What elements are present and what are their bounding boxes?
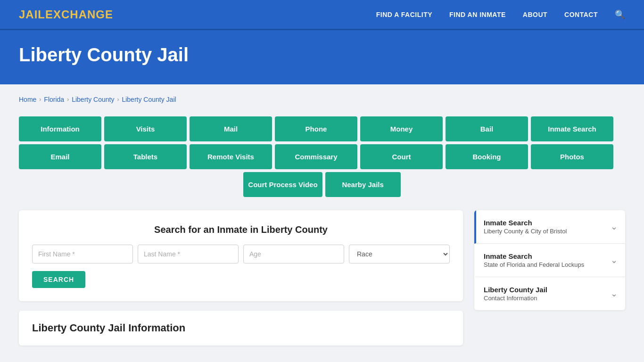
- hero-section: Liberty County Jail: [0, 30, 644, 84]
- tile-information[interactable]: Information: [19, 116, 101, 141]
- sidebar-card: Inmate Search Liberty County & City of B…: [474, 210, 625, 310]
- nav-find-facility[interactable]: FIND A FACILITY: [376, 11, 432, 18]
- right-panel: Inmate Search Liberty County & City of B…: [474, 210, 625, 310]
- age-input[interactable]: [243, 245, 344, 263]
- tile-court-process-video[interactable]: Court Process Video: [243, 172, 322, 197]
- breadcrumb: Home › Florida › Liberty County › Libert…: [19, 96, 625, 103]
- last-name-input[interactable]: [138, 245, 239, 263]
- tile-photos[interactable]: Photos: [531, 144, 613, 169]
- breadcrumb-current: Liberty County Jail: [122, 96, 176, 103]
- sidebar-item-florida-text: Inmate Search State of Florida and Feder…: [484, 252, 584, 268]
- sidebar-item-contact-chevron: ⌄: [611, 288, 618, 299]
- tile-mail[interactable]: Mail: [190, 116, 272, 141]
- logo-exchange-highlight: EXCHANGE: [45, 8, 113, 21]
- breadcrumb-florida[interactable]: Florida: [44, 96, 64, 103]
- sidebar-item-florida-subtitle: State of Florida and Federal Lockups: [484, 261, 584, 268]
- nav-about[interactable]: ABOUT: [523, 11, 547, 18]
- left-panel: Search for an Inmate in Liberty County R…: [19, 210, 463, 346]
- tile-grid: Information Visits Mail Phone Money Bail…: [19, 116, 625, 197]
- sidebar-item-liberty-chevron: ⌄: [611, 222, 618, 232]
- sidebar-item-florida-title: Inmate Search: [484, 252, 584, 260]
- search-title: Search for an Inmate in Liberty County: [32, 224, 450, 235]
- sidebar-item-contact-subtitle: Contact Information: [484, 295, 547, 302]
- main-content: Home › Florida › Liberty County › Libert…: [0, 84, 644, 362]
- sidebar-item-florida[interactable]: Inmate Search State of Florida and Feder…: [474, 244, 625, 277]
- sidebar-item-liberty-text: Inmate Search Liberty County & City of B…: [484, 219, 567, 235]
- tile-booking[interactable]: Booking: [446, 144, 528, 169]
- sidebar-item-contact[interactable]: Liberty County Jail Contact Information …: [474, 277, 625, 310]
- tile-row-3: Court Process Video Nearby Jails: [19, 172, 625, 197]
- tile-remote-visits[interactable]: Remote Visits: [190, 144, 272, 169]
- sidebar-item-liberty-title: Inmate Search: [484, 219, 567, 227]
- first-name-input[interactable]: [32, 245, 133, 263]
- tile-row-2: Email Tablets Remote Visits Commissary C…: [19, 144, 625, 169]
- nav-contact[interactable]: CONTACT: [564, 11, 598, 18]
- tile-money[interactable]: Money: [360, 116, 443, 141]
- breadcrumb-sep-3: ›: [117, 96, 119, 103]
- info-title: Liberty County Jail Information: [32, 322, 450, 334]
- tile-commissary[interactable]: Commissary: [275, 144, 357, 169]
- nav-links: FIND A FACILITY FIND AN INMATE ABOUT CON…: [376, 9, 625, 20]
- sidebar-item-liberty[interactable]: Inmate Search Liberty County & City of B…: [474, 210, 625, 244]
- content-row: Search for an Inmate in Liberty County R…: [19, 210, 625, 346]
- breadcrumb-sep-1: ›: [39, 96, 41, 103]
- nav-search-icon[interactable]: 🔍: [615, 9, 625, 20]
- logo-jail: JAIL: [19, 8, 45, 21]
- sidebar-item-contact-title: Liberty County Jail: [484, 286, 547, 294]
- tile-nearby-jails[interactable]: Nearby Jails: [325, 172, 401, 197]
- race-select[interactable]: Race White Black Hispanic Asian Other: [349, 245, 450, 263]
- breadcrumb-home[interactable]: Home: [19, 96, 36, 103]
- search-fields: Race White Black Hispanic Asian Other: [32, 245, 450, 263]
- tile-email[interactable]: Email: [19, 144, 101, 169]
- breadcrumb-sep-2: ›: [67, 96, 69, 103]
- search-button[interactable]: SEARCH: [32, 271, 85, 288]
- info-card: Liberty County Jail Information: [19, 311, 463, 346]
- tile-phone[interactable]: Phone: [275, 116, 357, 141]
- site-logo[interactable]: JAILEXCHANGE: [19, 8, 113, 21]
- sidebar-item-contact-text: Liberty County Jail Contact Information: [484, 286, 547, 302]
- page-title: Liberty County Jail: [19, 44, 625, 66]
- tile-tablets[interactable]: Tablets: [104, 144, 187, 169]
- sidebar-item-florida-chevron: ⌄: [611, 255, 618, 265]
- tile-bail[interactable]: Bail: [446, 116, 528, 141]
- tile-visits[interactable]: Visits: [104, 116, 187, 141]
- search-card: Search for an Inmate in Liberty County R…: [19, 210, 463, 301]
- tile-row-1: Information Visits Mail Phone Money Bail…: [19, 116, 625, 141]
- tile-inmate-search[interactable]: Inmate Search: [531, 116, 613, 141]
- nav-find-inmate[interactable]: FIND AN INMATE: [449, 11, 506, 18]
- sidebar-item-liberty-subtitle: Liberty County & City of Bristol: [484, 228, 567, 235]
- navbar: JAILEXCHANGE FIND A FACILITY FIND AN INM…: [0, 0, 644, 30]
- tile-court[interactable]: Court: [360, 144, 443, 169]
- breadcrumb-liberty-county[interactable]: Liberty County: [72, 96, 114, 103]
